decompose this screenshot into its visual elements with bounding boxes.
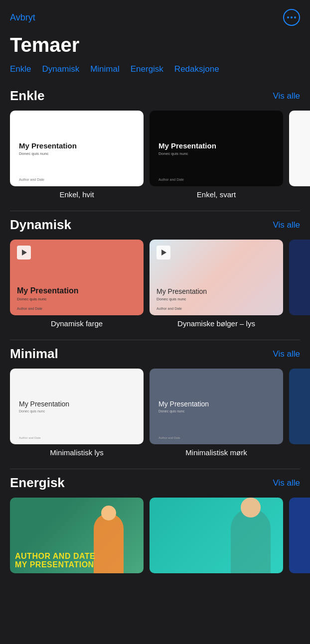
vis-alle-enkle[interactable]: Vis alle <box>273 91 301 101</box>
header: Avbryt <box>0 0 310 31</box>
card-energisk-1[interactable]: AUTHOR AND DATEMY PRESENTATION <box>10 498 144 577</box>
card-dyn-farge[interactable]: My Presentation Donec quis nunc Author a… <box>10 240 144 328</box>
thumb-energisk-2 <box>150 498 283 573</box>
section-energisk-title: Energisk <box>10 475 65 491</box>
thumb-enkel-hvit: My Presentation Donec quis nunc Author a… <box>10 111 144 186</box>
card-label-dyn-bolger: Dynamiske bølger – lys <box>177 319 255 328</box>
thumb-dyn-bolger: My Presentation Donec quis nunc Author a… <box>150 240 283 315</box>
vis-alle-energisk[interactable]: Vis alle <box>273 478 301 488</box>
filter-tab-enkle[interactable]: Enkle <box>10 64 31 74</box>
pres-author: Author and Date <box>156 307 182 310</box>
section-enkle-title: Enkle <box>10 88 44 104</box>
thumb-partial-enkle <box>289 111 310 186</box>
page-title: Temaer <box>0 31 310 64</box>
pres-author: Author and Date <box>19 178 44 181</box>
pres-author: Author and Date <box>158 178 184 181</box>
thumb-partial-minimal <box>289 369 310 444</box>
section-dynamisk-title: Dynamisk <box>10 217 71 233</box>
card-label-enkel-hvit: Enkel, hvit <box>59 190 94 199</box>
thumb-dyn-farge: My Presentation Donec quis nunc Author a… <box>10 240 144 315</box>
pres-sub: Donec quis nunc <box>19 409 135 413</box>
filter-tab-minimal[interactable]: Minimal <box>90 64 120 74</box>
section-minimal-title: Minimal <box>10 346 58 362</box>
filter-tab-dynamisk[interactable]: Dynamisk <box>42 64 80 74</box>
section-minimal-header: Minimal Vis alle <box>0 340 310 369</box>
thumb-energisk-1: AUTHOR AND DATEMY PRESENTATION <box>10 498 144 573</box>
thumb-min-lys: My Presentation Donec quis nunc Author a… <box>10 369 144 444</box>
more-button[interactable] <box>283 9 300 26</box>
minimal-cards-row: My Presentation Donec quis nunc Author a… <box>0 369 310 457</box>
pres-title: My Presentation <box>158 400 274 408</box>
card-label-min-lys: Minimalistisk lys <box>50 448 104 457</box>
section-enkle: Enkle Vis alle My Presentation Donec qui… <box>0 82 310 211</box>
section-dynamisk: Dynamisk Vis alle My Presentation Donec … <box>0 211 310 340</box>
pres-title: My Presentation <box>19 141 135 150</box>
more-circle-icon <box>287 16 296 18</box>
section-enkle-header: Enkle Vis alle <box>0 82 310 111</box>
play-icon <box>156 246 170 259</box>
pres-author: Author and Date <box>158 436 180 439</box>
thumb-enkel-svart: My Presentation Donec quis nunc Author a… <box>150 111 283 186</box>
thumb-partial-energisk <box>289 498 310 573</box>
pres-sub: Donec quis nunc <box>158 151 274 156</box>
card-energisk-2[interactable] <box>150 498 283 577</box>
thumb-min-mork: My Presentation Donec quis nunc Author a… <box>150 369 283 444</box>
play-icon <box>17 246 31 259</box>
card-min-lys[interactable]: My Presentation Donec quis nunc Author a… <box>10 369 144 457</box>
card-min-mork[interactable]: My Presentation Donec quis nunc Author a… <box>150 369 283 457</box>
pres-title: My Presentation <box>156 287 207 295</box>
filter-tab-energisk[interactable]: Energisk <box>131 64 163 74</box>
enkle-cards-row: My Presentation Donec quis nunc Author a… <box>0 111 310 199</box>
energisk-cards-row: AUTHOR AND DATEMY PRESENTATION <box>0 498 310 577</box>
vis-alle-dynamisk[interactable]: Vis alle <box>273 220 301 230</box>
section-dynamisk-header: Dynamisk Vis alle <box>0 211 310 240</box>
pres-title: My Presentation <box>17 286 79 295</box>
card-label-enkel-svart: Enkel, svart <box>197 190 236 199</box>
filter-tabs: Enkle Dynamisk Minimal Energisk Redaksjo… <box>0 64 310 82</box>
card-label-dyn-farge: Dynamisk farge <box>51 319 103 328</box>
thumb-partial-dynamisk <box>289 240 310 315</box>
pres-sub: Donec quis nunc <box>158 409 274 413</box>
card-dyn-bolger[interactable]: My Presentation Donec quis nunc Author a… <box>150 240 283 328</box>
card-label-min-mork: Minimalistisk mørk <box>185 448 247 457</box>
pres-sub: Donec quis nunc <box>17 297 47 301</box>
card-enkel-hvit[interactable]: My Presentation Donec quis nunc Author a… <box>10 111 144 199</box>
card-partial-dynamisk[interactable] <box>289 240 310 328</box>
pres-author: Author and Date <box>17 307 42 310</box>
pres-author: Author and Date <box>19 436 41 439</box>
dynamisk-cards-row: My Presentation Donec quis nunc Author a… <box>0 240 310 328</box>
pres-sub: Donec quis nunc <box>156 297 186 301</box>
pres-title: My Presentation <box>19 400 135 408</box>
energisk-text-overlay: AUTHOR AND DATEMY PRESENTATION <box>15 552 95 569</box>
cancel-button[interactable]: Avbryt <box>10 12 35 23</box>
card-enkel-svart[interactable]: My Presentation Donec quis nunc Author a… <box>150 111 283 199</box>
pres-sub: Donec quis nunc <box>19 151 135 156</box>
pres-title: My Presentation <box>158 141 274 150</box>
section-energisk: Energisk Vis alle AUTHOR AND DATEMY PRES… <box>0 469 310 589</box>
card-partial-energisk[interactable] <box>289 498 310 577</box>
filter-tab-redaksjone[interactable]: Redaksjone <box>174 64 219 74</box>
section-minimal: Minimal Vis alle My Presentation Donec q… <box>0 340 310 469</box>
section-energisk-header: Energisk Vis alle <box>0 469 310 498</box>
person-figure-2 <box>223 498 278 573</box>
card-partial-minimal[interactable] <box>289 369 310 457</box>
vis-alle-minimal[interactable]: Vis alle <box>273 349 301 359</box>
card-partial-enkle[interactable] <box>289 111 310 199</box>
